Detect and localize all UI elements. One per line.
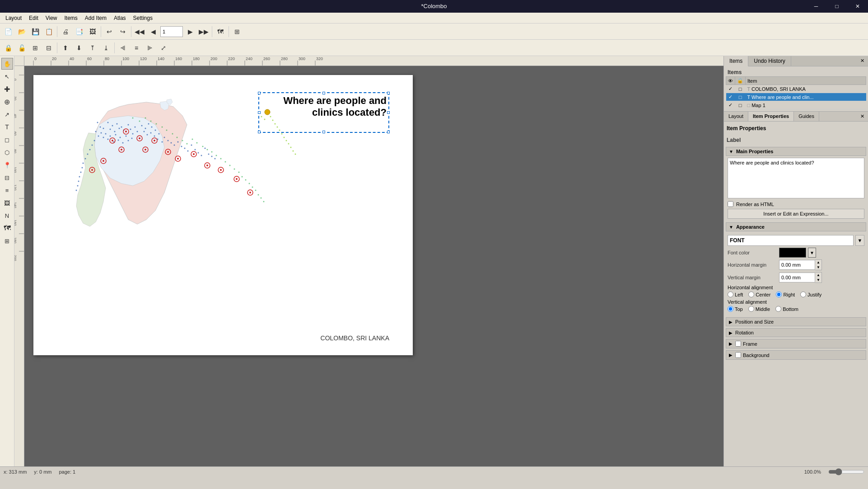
horizontal-margin-down-button[interactable]: ▼	[815, 265, 821, 270]
group-button[interactable]: ⊞	[29, 42, 42, 54]
add-polygon-tool[interactable]: ⬡	[1, 146, 13, 158]
page-input[interactable]	[160, 26, 183, 37]
align-right-button[interactable]: ⫸	[144, 42, 156, 54]
next-button[interactable]: ▶	[184, 25, 196, 38]
select-tool[interactable]: ↖	[1, 71, 13, 82]
v-align-top-option[interactable]: Top	[728, 306, 743, 312]
open-button[interactable]: 📂	[15, 25, 28, 38]
close-button[interactable]: ✕	[847, 0, 868, 13]
add-shape-tool[interactable]: ◻	[1, 134, 13, 146]
v-align-top-radio[interactable]	[728, 306, 733, 312]
v-align-middle-option[interactable]: Middle	[748, 306, 770, 312]
handle-bm[interactable]	[322, 131, 325, 133]
lower-button[interactable]: ⬇	[73, 42, 85, 54]
frame-header[interactable]: ▶ Frame	[726, 339, 866, 348]
redo-button[interactable]: ↪	[117, 25, 129, 38]
node-tool[interactable]: ✚	[1, 83, 13, 95]
item-label[interactable]: □ Map 1	[746, 101, 866, 109]
vertical-margin-down-button[interactable]: ▼	[815, 277, 821, 282]
items-row[interactable]: ✓ □ □ Map 1	[726, 101, 866, 109]
ungroup-button[interactable]: ⊟	[42, 42, 55, 54]
v-align-bottom-radio[interactable]	[775, 306, 781, 312]
raise-button[interactable]: ⬆	[59, 42, 72, 54]
menu-items[interactable]: Items	[61, 13, 81, 23]
handle-br[interactable]	[387, 131, 390, 133]
resize-button[interactable]: ⤢	[157, 42, 170, 54]
menu-settings[interactable]: Settings	[130, 13, 156, 23]
draw-arrow-tool[interactable]: ↗	[1, 108, 13, 120]
v-align-bottom-option[interactable]: Bottom	[775, 306, 798, 312]
add-legend-tool[interactable]: ≡	[1, 184, 13, 196]
align-center-button[interactable]: ≡	[130, 42, 143, 54]
prev-page-button[interactable]: ◀◀	[133, 25, 146, 38]
send-bottom-button[interactable]: ⤓	[100, 42, 112, 54]
handle-ml[interactable]	[258, 111, 261, 114]
render-html-checkbox[interactable]	[728, 201, 733, 207]
bring-top-button[interactable]: ⤒	[86, 42, 99, 54]
item-lock-checkbox[interactable]: □	[735, 93, 746, 101]
menu-add-item[interactable]: Add Item	[81, 13, 110, 23]
tab-undo-history[interactable]: Undo History	[748, 56, 791, 66]
h-align-center-option[interactable]: Center	[748, 292, 770, 297]
main-properties-section[interactable]: ▼ Main Properties	[726, 147, 866, 156]
print-button[interactable]: 🖨	[59, 25, 72, 38]
sub-tab-layout[interactable]: Layout	[724, 112, 748, 121]
zoom-tool[interactable]: ⊕	[1, 96, 13, 108]
font-color-dropdown-icon[interactable]: ▼	[808, 248, 816, 258]
horizontal-margin-up-button[interactable]: ▲	[815, 260, 821, 265]
item-visible-checkbox[interactable]: ✓	[726, 101, 735, 109]
handle-tr[interactable]	[387, 92, 390, 94]
appearance-section-header[interactable]: ▼ Appearance	[726, 222, 866, 231]
vertical-margin-up-button[interactable]: ▲	[815, 273, 821, 277]
expression-button[interactable]: Insert or Edit an Expression...	[728, 209, 864, 219]
h-align-right-option[interactable]: Right	[776, 292, 795, 297]
prev-button[interactable]: ◀	[147, 25, 159, 38]
lock-item-button[interactable]: 🔒	[2, 42, 14, 54]
panel-close-icon[interactable]: ✕	[857, 56, 868, 66]
item-label[interactable]: T COLOMBO, SRI LANKA	[746, 85, 866, 93]
canvas-area[interactable]: 0204060801001201401601802002202402602803…	[14, 56, 723, 466]
rotation-header[interactable]: ▶ Rotation	[726, 328, 866, 337]
canvas-scroll[interactable]: Where are people and clinics located? CO…	[24, 66, 723, 466]
item-lock-checkbox[interactable]: □	[735, 85, 746, 93]
frame-checkbox[interactable]	[735, 341, 741, 347]
add-map-tool[interactable]: 🗺	[1, 222, 13, 234]
menu-atlas[interactable]: Atlas	[110, 13, 130, 23]
undo-button[interactable]: ↩	[103, 25, 116, 38]
menu-layout[interactable]: Layout	[2, 13, 25, 23]
h-align-right-radio[interactable]	[776, 292, 782, 297]
item-label[interactable]: T Where are people and clin...	[746, 93, 866, 101]
add-north-tool[interactable]: N	[1, 210, 13, 221]
items-row[interactable]: ✓ □ T COLOMBO, SRI LANKA	[726, 85, 866, 93]
h-align-justify-radio[interactable]	[800, 292, 806, 297]
handle-tl[interactable]	[258, 92, 261, 94]
menu-view[interactable]: View	[42, 13, 61, 23]
item-visible-checkbox[interactable]: ✓	[726, 85, 735, 93]
new-layout-button[interactable]: 📄	[2, 25, 14, 38]
add-scalebar-tool[interactable]: ⊟	[1, 172, 13, 183]
unlock-item-button[interactable]: 🔓	[15, 42, 28, 54]
item-lock-checkbox[interactable]: □	[735, 101, 746, 109]
sub-tab-item-properties[interactable]: Item Properties	[748, 112, 794, 121]
h-align-center-radio[interactable]	[748, 292, 754, 297]
vertical-margin-input[interactable]	[779, 273, 815, 282]
h-align-left-option[interactable]: Left	[728, 292, 743, 297]
h-align-left-radio[interactable]	[728, 292, 733, 297]
items-row[interactable]: ✓ □ T Where are people and clin...	[726, 93, 866, 101]
add-table-tool[interactable]: ⊞	[1, 235, 13, 247]
export-pdf-button[interactable]: 📑	[73, 25, 85, 38]
add-image-tool[interactable]: 🖼	[1, 197, 13, 209]
background-header[interactable]: ▶ Background	[726, 350, 866, 360]
handle-bl[interactable]	[258, 131, 261, 133]
handle-tm[interactable]	[322, 92, 325, 94]
add-pin-tool[interactable]: 📍	[1, 159, 13, 171]
main-text-area[interactable]: Where are people and clinics located?	[728, 158, 864, 198]
minimize-button[interactable]: ─	[806, 0, 826, 13]
zoom-slider[interactable]	[828, 469, 864, 475]
maximize-button[interactable]: □	[826, 0, 847, 13]
horizontal-margin-input[interactable]	[779, 260, 815, 270]
font-input[interactable]	[728, 235, 854, 246]
font-color-box[interactable]	[779, 248, 806, 258]
sub-tab-guides[interactable]: Guides	[794, 112, 819, 121]
menu-edit[interactable]: Edit	[25, 13, 42, 23]
